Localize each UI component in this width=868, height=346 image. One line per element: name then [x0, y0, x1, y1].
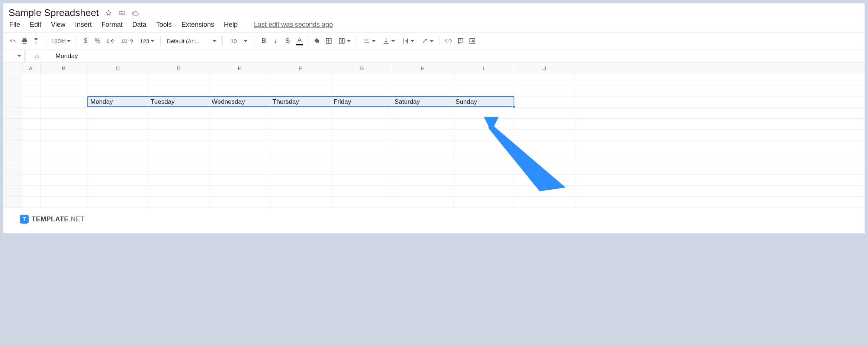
cell[interactable] — [514, 74, 575, 85]
cell[interactable] — [148, 197, 209, 208]
cell[interactable] — [209, 152, 270, 163]
cell[interactable] — [392, 174, 453, 185]
cell[interactable] — [392, 186, 453, 196]
cell[interactable] — [41, 163, 87, 174]
horizontal-align-dropdown[interactable] — [360, 35, 379, 47]
cell[interactable] — [514, 85, 575, 96]
cloud-status-icon[interactable] — [132, 9, 139, 17]
strikethrough-button[interactable]: S — [282, 35, 293, 47]
cell[interactable] — [453, 163, 514, 174]
print-button[interactable] — [19, 35, 30, 47]
text-wrap-dropdown[interactable] — [399, 35, 417, 47]
cell[interactable] — [87, 119, 148, 129]
cell[interactable] — [453, 197, 514, 208]
merge-cells-dropdown[interactable] — [335, 35, 354, 47]
cell[interactable] — [87, 74, 148, 85]
cell-c3[interactable]: Monday — [87, 96, 148, 107]
cell[interactable] — [453, 108, 514, 118]
cell[interactable] — [87, 174, 148, 185]
menu-help[interactable]: Help — [224, 21, 238, 29]
cell-e3[interactable]: Wednesday — [209, 96, 270, 107]
decrease-decimal-button[interactable]: .0 — [104, 35, 118, 47]
cell[interactable] — [209, 74, 270, 85]
cell[interactable] — [148, 186, 209, 196]
cell[interactable] — [331, 74, 392, 85]
cell[interactable] — [148, 108, 209, 118]
cell[interactable] — [331, 141, 392, 152]
formula-input[interactable]: Monday — [50, 52, 865, 60]
cell[interactable] — [392, 74, 453, 85]
cell[interactable] — [331, 108, 392, 118]
cell[interactable] — [209, 174, 270, 185]
row-header[interactable] — [3, 130, 21, 141]
cell[interactable] — [453, 174, 514, 185]
cell[interactable] — [148, 163, 209, 174]
cell[interactable] — [21, 141, 41, 152]
cell[interactable] — [514, 96, 575, 107]
cell[interactable] — [41, 85, 87, 96]
more-formats-dropdown[interactable]: 123 — [137, 35, 157, 47]
cell[interactable] — [41, 186, 87, 196]
cell[interactable] — [87, 141, 148, 152]
menu-insert[interactable]: Insert — [75, 21, 92, 29]
cell[interactable] — [331, 152, 392, 163]
cell[interactable] — [514, 119, 575, 129]
cell[interactable] — [453, 152, 514, 163]
cell[interactable] — [514, 163, 575, 174]
cell[interactable] — [392, 197, 453, 208]
increase-decimal-button[interactable]: .00 — [119, 35, 136, 47]
cell[interactable] — [331, 174, 392, 185]
cell-f3[interactable]: Thursday — [270, 96, 331, 107]
star-icon[interactable] — [105, 9, 112, 17]
cell[interactable] — [453, 186, 514, 196]
cell[interactable] — [21, 96, 41, 107]
row-header[interactable] — [3, 74, 21, 85]
font-size-dropdown[interactable]: 10 — [226, 35, 252, 47]
cell[interactable] — [148, 152, 209, 163]
column-header-g[interactable]: G — [331, 63, 392, 74]
column-header-h[interactable]: H — [392, 63, 453, 74]
cell[interactable] — [270, 152, 331, 163]
row-header[interactable] — [3, 174, 21, 185]
cell[interactable] — [148, 174, 209, 185]
percent-button[interactable]: % — [92, 35, 103, 47]
insert-link-button[interactable] — [443, 35, 454, 47]
menu-format[interactable]: Format — [102, 21, 123, 29]
menu-file[interactable]: File — [9, 21, 20, 29]
row-header[interactable] — [3, 163, 21, 174]
font-dropdown[interactable]: Default (Ari... — [164, 35, 219, 47]
cell[interactable] — [41, 197, 87, 208]
cell[interactable] — [148, 130, 209, 141]
cell[interactable] — [331, 186, 392, 196]
column-header-a[interactable]: A — [21, 63, 41, 74]
menu-view[interactable]: View — [51, 21, 65, 29]
cell[interactable] — [148, 74, 209, 85]
currency-button[interactable]: $ — [80, 35, 91, 47]
cell[interactable] — [209, 197, 270, 208]
cell[interactable] — [270, 130, 331, 141]
bold-button[interactable]: B — [258, 35, 269, 47]
cell[interactable] — [41, 108, 87, 118]
menu-data[interactable]: Data — [132, 21, 147, 29]
cell[interactable] — [87, 85, 148, 96]
menu-tools[interactable]: Tools — [156, 21, 172, 29]
cell[interactable] — [148, 141, 209, 152]
insert-chart-button[interactable] — [467, 35, 478, 47]
row-header[interactable] — [3, 96, 21, 107]
menu-edit[interactable]: Edit — [30, 21, 41, 29]
cell[interactable] — [21, 174, 41, 185]
column-header-e[interactable]: E — [209, 63, 270, 74]
cell[interactable] — [209, 141, 270, 152]
cell[interactable] — [87, 163, 148, 174]
cell[interactable] — [392, 152, 453, 163]
cell[interactable] — [21, 85, 41, 96]
cell[interactable] — [209, 130, 270, 141]
cell[interactable] — [148, 85, 209, 96]
cell[interactable] — [209, 119, 270, 129]
cell-g3[interactable]: Friday — [331, 96, 392, 107]
paint-format-button[interactable] — [31, 35, 42, 47]
cell[interactable] — [270, 119, 331, 129]
cell[interactable] — [148, 119, 209, 129]
cell-d3[interactable]: Tuesday — [148, 96, 209, 107]
cell[interactable] — [392, 119, 453, 129]
